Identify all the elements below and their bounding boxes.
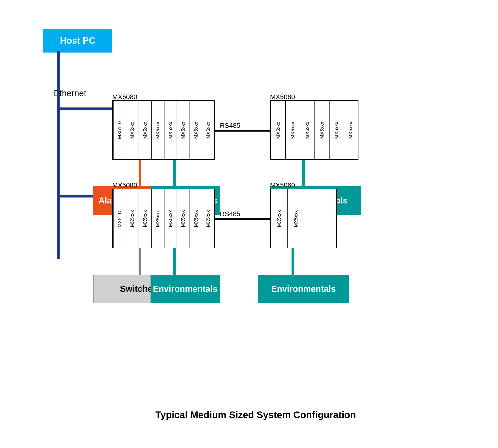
b-slot-2: MX5xxx <box>126 189 138 248</box>
bottom-left-mx5080-box: MX5110 MX5xxx MX5xxx MX5xxx MX5xxx MX5xx… <box>112 189 215 248</box>
top-left-mx5080-box: MX5110 MX5xxx MX5xxx MX5xxx MX5xxx MX5xx… <box>112 100 215 160</box>
bottom-rs485-line <box>215 218 270 220</box>
r-slot-3: MX5xxx <box>300 101 315 159</box>
b-slot-6: MX5xxx <box>177 189 189 248</box>
teal-connector-4 <box>292 248 294 275</box>
slot-4: MX5xxx <box>151 101 164 159</box>
slot-8: MX5xxx <box>202 101 214 159</box>
bottom-environmentals-1-box: Environmentals <box>150 275 220 303</box>
ethernet-branch-1 <box>57 108 112 110</box>
footer-title: Typical Medium Sized System Configuratio… <box>19 410 492 420</box>
r-slot-6: MX5xxx <box>344 101 358 159</box>
b-slot-8: MX5xxx <box>202 189 214 248</box>
host-pc-box: Host PC <box>43 29 112 52</box>
teal-connector-2 <box>302 160 305 186</box>
top-right-mx5080-box: MX5xxx MX5xxx MX5xxx MX5xxx MX5xxx MX5xx… <box>270 100 358 160</box>
top-rs485-label: RS485 <box>220 122 240 129</box>
b-slot-4: MX5xxx <box>151 189 164 248</box>
bottom-environmentals-2-label: Environmentals <box>271 284 336 294</box>
ethernet-vertical-line <box>57 51 60 259</box>
diagram: Host PC Ethernet MX5080 MX5110 MX5xxx MX… <box>19 14 492 432</box>
host-pc-label: Host PC <box>60 36 95 46</box>
top-right-slots: MX5xxx MX5xxx MX5xxx MX5xxx MX5xxx MX5xx… <box>271 101 358 159</box>
top-left-mx5080-label: MX5080 <box>112 93 137 101</box>
slot-6: MX5xxx <box>177 101 189 159</box>
b-slot-3: MX5xxx <box>139 189 151 248</box>
slot-7: MX5xxx <box>189 101 202 159</box>
slot-1: MX5110 <box>113 101 126 159</box>
r-slot-4: MX5xxx <box>315 101 329 159</box>
r-slot-5: MX5xxx <box>329 101 344 159</box>
slot-2: MX5xxx <box>126 101 138 159</box>
r-slot-1: MX5xxx <box>271 101 285 159</box>
b-slot-1: MX5110 <box>113 189 126 248</box>
bottom-left-mx5080-label: MX5080 <box>112 181 137 189</box>
r-slot-2: MX5xxx <box>285 101 300 159</box>
mx-slot-4 <box>320 189 336 248</box>
teal-connector-3 <box>173 248 176 275</box>
top-rs485-line <box>215 130 270 132</box>
slot-3: MX5xxx <box>139 101 151 159</box>
mx-slot-1: MX5xxx <box>271 189 287 248</box>
bottom-environmentals-1-label: Environmentals <box>153 284 217 294</box>
bottom-rs485-label: RS485 <box>220 210 240 218</box>
b-slot-5: MX5xxx <box>164 189 177 248</box>
teal-connector-1 <box>173 160 176 186</box>
top-right-mx5080-label: MX5080 <box>270 93 295 101</box>
mx-slot-3 <box>304 189 320 248</box>
top-left-slots: MX5110 MX5xxx MX5xxx MX5xxx MX5xxx MX5xx… <box>113 101 214 159</box>
mx-slot-2: MX5xxx <box>287 189 304 248</box>
bottom-environmentals-2-box: Environmentals <box>258 275 349 303</box>
bottom-right-slots: MX5xxx MX5xxx <box>271 189 336 248</box>
bottom-right-mx5060-label: MX5060 <box>270 181 295 189</box>
bottom-right-mx5060-box: MX5xxx MX5xxx <box>270 189 337 248</box>
gray-connector-line <box>139 248 141 275</box>
orange-connector-line <box>139 160 141 186</box>
b-slot-7: MX5xxx <box>189 189 202 248</box>
slot-5: MX5xxx <box>164 101 177 159</box>
bottom-left-slots: MX5110 MX5xxx MX5xxx MX5xxx MX5xxx MX5xx… <box>113 189 214 248</box>
